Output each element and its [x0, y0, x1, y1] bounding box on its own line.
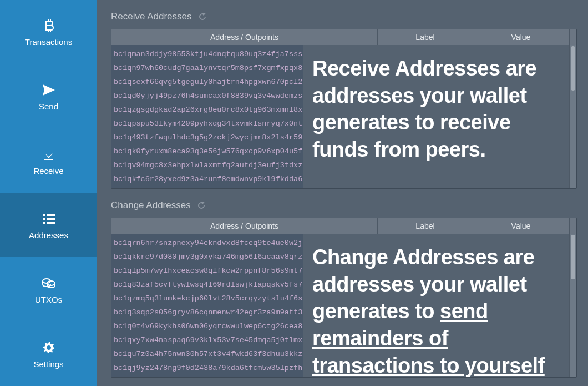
- sidebar-item-label: Transactions: [25, 37, 72, 47]
- receive-icon: [43, 146, 54, 163]
- address-row[interactable]: bc1qd0yjyj49pz76h4sumcax0f8839vq3v4wwdem…: [114, 89, 303, 103]
- change-address-list[interactable]: bc1qrn6hr7snzpnexy94ekndvxd8fceq9te4ue0w…: [111, 234, 303, 377]
- address-row[interactable]: bc1qzmq5q3lumkekcjp60lvt28v5crqyzytslu4f…: [114, 292, 303, 305]
- scrollbar-thumb[interactable]: [571, 46, 575, 91]
- address-row[interactable]: bc1qxy7xw4naspaq69v3klx53v7se45dmqa5j0tl…: [114, 333, 303, 347]
- svg-rect-5: [47, 222, 55, 224]
- sidebar: Transactions Send Receive Addresses: [0, 0, 97, 386]
- address-row[interactable]: bc1qv94mgc8x3ehpxlwlaxmtfq2autdj3eufj3td…: [114, 158, 303, 172]
- receive-table: Address / Outpoints Label Value bc1qman3…: [111, 29, 577, 189]
- change-section-title: Change Addresses: [111, 200, 191, 211]
- sidebar-item-label: Receive: [33, 166, 63, 176]
- scrollbar[interactable]: [569, 234, 576, 377]
- address-row[interactable]: bc1qsexf66qvg5tgeguly0hajtrn4hpgxwn670pc…: [114, 75, 303, 89]
- gear-icon: [43, 339, 54, 356]
- address-row[interactable]: bc1qpspu53lkym4209pyhxqg34txvmklsnryq7x0…: [114, 117, 303, 131]
- svg-point-8: [47, 345, 50, 349]
- address-row[interactable]: bc1q0t4v69kykhs06wn06yqrcwwulwep6ctg26ce…: [114, 319, 303, 333]
- send-icon: [43, 82, 55, 98]
- refresh-icon[interactable]: [199, 13, 206, 21]
- address-row[interactable]: bc1qj9yz2478ng9f0d2438a79kda6tfcm5w35lpz…: [114, 361, 303, 375]
- sidebar-item-addresses[interactable]: Addresses: [0, 193, 97, 257]
- col-header-value[interactable]: Value: [473, 29, 569, 45]
- receive-address-list[interactable]: bc1qman3ddjy98553ktju4dnqtqu89uq3z4fja7s…: [111, 45, 303, 188]
- sidebar-item-label: Addresses: [29, 230, 68, 240]
- scroll-cap: [569, 29, 576, 45]
- sidebar-item-transactions[interactable]: Transactions: [0, 0, 97, 64]
- sidebar-item-settings[interactable]: Settings: [0, 322, 97, 386]
- list-icon: [43, 210, 55, 227]
- change-overlay-pre: Change Addresses are addresses your wall…: [312, 245, 534, 323]
- coins-icon: [42, 275, 55, 292]
- address-row[interactable]: bc1qkfc6r28yxed9z3a4runf8emdwnvp9kl9fkdd…: [114, 172, 303, 186]
- refresh-icon[interactable]: [197, 202, 205, 209]
- scrollbar-thumb[interactable]: [571, 235, 575, 279]
- address-row[interactable]: bc1qn97wh60cudg7gaalynvtqr5m8psf7xgmfxpq…: [114, 61, 303, 75]
- table-header: Address / Outpoints Label Value: [111, 29, 576, 45]
- address-row[interactable]: bc1qzgsgdgkad2ap26xrg8eu0rc8x0tg963mxmnl…: [114, 103, 303, 117]
- table-header: Address / Outpoints Label Value: [111, 218, 576, 234]
- receive-overlay-text: Receive Addresses are addresses your wal…: [307, 45, 569, 188]
- address-row[interactable]: bc1q493tzfwqulhdc3g5g2zckj2wycjmr8x2ls4r…: [114, 131, 303, 144]
- col-header-address[interactable]: Address / Outpoints: [111, 29, 378, 45]
- svg-rect-1: [47, 214, 55, 216]
- address-row[interactable]: bc1qrn6hr7snzpnexy94ekndvxd8fceq9te4ue0w…: [114, 236, 303, 250]
- address-row[interactable]: bc1q95fud52t70cte0patmna5ujne70f8zmcmof8…: [114, 186, 303, 188]
- address-row[interactable]: bc1qkkrc97d080jmy3g0xyka746mg56l6acaav8q…: [114, 250, 303, 264]
- main-content: Receive Addresses Address / Outpoints La…: [97, 0, 588, 386]
- svg-rect-0: [43, 214, 45, 216]
- sidebar-item-label: Settings: [33, 359, 63, 369]
- col-header-label[interactable]: Label: [378, 29, 473, 45]
- svg-rect-2: [43, 218, 45, 220]
- change-section-header: Change Addresses: [111, 189, 577, 218]
- svg-rect-4: [43, 222, 45, 224]
- sidebar-item-utxos[interactable]: UTXOs: [0, 257, 97, 322]
- address-row[interactable]: bc1q83zaf5cvftywlwsq4l69rdlswjklapqskv5f…: [114, 278, 303, 292]
- change-table: Address / Outpoints Label Value bc1qrn6h…: [111, 218, 577, 378]
- address-row[interactable]: bc1q3sqp2s056gryv86cqnmenwr42egr3za9m9at…: [114, 305, 303, 319]
- address-row[interactable]: bc1qman3ddjy98553ktju4dnqtqu89uq3z4fja7s…: [114, 47, 303, 61]
- sidebar-item-send[interactable]: Send: [0, 64, 97, 129]
- receive-section-header: Receive Addresses: [111, 0, 577, 29]
- bitcoin-icon: [43, 17, 54, 34]
- sidebar-item-receive[interactable]: Receive: [0, 129, 97, 193]
- sidebar-item-label: UTXOs: [35, 295, 62, 304]
- change-overlay-text: Change Addresses are addresses your wall…: [307, 234, 569, 377]
- address-row[interactable]: bc1qk0fyruxm8eca93q3e56jw576qxcp9v6xp04u…: [114, 144, 303, 158]
- col-header-value[interactable]: Value: [473, 218, 569, 234]
- address-row[interactable]: bc1qlp5m7wylhxceacsw8qlfkcw2rppnf8r56s9m…: [114, 264, 303, 278]
- address-row[interactable]: bc1qu7z0a4h75nwn30h57xt3v4fwkd63f3dhuu3k…: [114, 347, 303, 361]
- col-header-label[interactable]: Label: [378, 218, 473, 234]
- col-header-address[interactable]: Address / Outpoints: [111, 218, 378, 234]
- scrollbar[interactable]: [569, 45, 576, 188]
- receive-section-title: Receive Addresses: [111, 11, 192, 22]
- address-row[interactable]: bc1qmncu8z0d7ts5mata4nvmny900c2z04kswf4n…: [114, 375, 303, 377]
- svg-rect-3: [47, 218, 55, 220]
- scroll-cap: [569, 218, 576, 234]
- sidebar-item-label: Send: [39, 102, 58, 111]
